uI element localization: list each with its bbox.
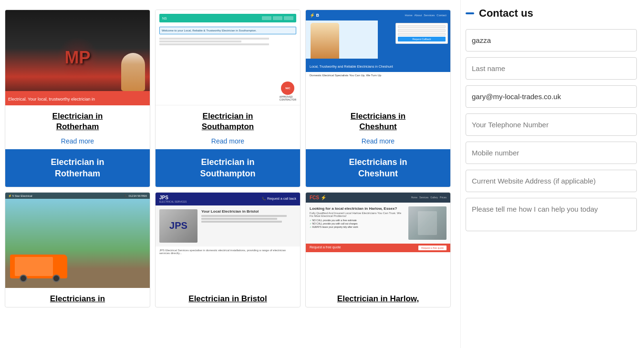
website-input[interactable] <box>466 170 637 192</box>
harlow-quote-title: Request a free quote <box>310 246 341 250</box>
card-image-southampton: NS Welcome to your Local, Reliable & Tru… <box>156 10 300 105</box>
cheshunt-nav-2: About <box>415 14 422 17</box>
harlow-check-3: ALWAYS leave your property tidy after wo… <box>310 225 405 228</box>
text-line-1 <box>159 38 269 40</box>
cheshunt-person <box>311 23 339 59</box>
mobile-input[interactable] <box>466 142 637 164</box>
card-bristol: JPS ELECTRICAL SERVICES 📞 Request a call… <box>155 192 301 307</box>
bristol-desc-line-3 <box>201 221 282 223</box>
card-image-rotherham: Electrical. Your local, trustworthy elec… <box>5 10 150 105</box>
email-input[interactable] <box>466 85 637 108</box>
read-more-link-cheshunt[interactable]: Read more <box>362 137 395 145</box>
card-title-harlow: Electrician in Harlow, <box>306 288 450 307</box>
card-button-cheshunt[interactable]: Electricians inCheshunt <box>306 149 450 187</box>
card-harlow: FCS ⚡ Home Services Gallery Prices Looki… <box>305 192 451 307</box>
bristol-footer-text: JPS Electrical Services specialise in do… <box>156 246 300 257</box>
main-content: Electrical. Your local, trustworthy elec… <box>0 0 460 348</box>
harlow-nav-services: Services <box>419 196 428 199</box>
card-readmore-rotherham[interactable]: Read more <box>5 135 150 149</box>
card-southampton: NS Welcome to your Local, Reliable & Tru… <box>155 10 301 187</box>
read-more-link-rotherham[interactable]: Read more <box>61 137 94 145</box>
nic-badge: NIC APPROVEDCONTRACTOR <box>280 82 296 101</box>
cheshunt-form-btn: Request Callback <box>398 37 446 41</box>
bristol-desc-lines <box>201 215 296 223</box>
card-image-harlow: FCS ⚡ Home Services Gallery Prices Looki… <box>306 193 450 288</box>
somerset-van-wheel1 <box>20 275 27 282</box>
website-field[interactable] <box>466 170 637 192</box>
card-rotherham-bottom-bar: Electrical. Your local, trustworthy elec… <box>5 91 150 105</box>
bristol-main-text: Your Local Electrician in Bristol <box>201 209 296 243</box>
sidebar-contact: Contact us <box>460 0 644 348</box>
contact-title: Contact us <box>479 7 533 20</box>
telephone-input[interactable] <box>466 113 637 136</box>
cheshunt-header: ⚡ B Home About Services Contact <box>306 10 450 20</box>
text-line-2 <box>159 41 241 42</box>
card-rotherham: Electrical. Your local, trustworthy elec… <box>5 10 150 187</box>
harlow-banner-btn[interactable]: Request a free quote <box>418 246 447 250</box>
southampton-header-text: NS <box>162 17 167 20</box>
harlow-image-side <box>408 206 447 240</box>
card-cheshunt: ⚡ B Home About Services Contact Request <box>305 10 451 187</box>
harlow-check-2: NO CALL provide you with call out charge… <box>310 222 405 225</box>
somerset-header-bar: ⚡ 5 Star Electrical 📞 01234 567890 <box>5 193 150 199</box>
nav-item-3 <box>284 16 293 20</box>
harlow-check-1: NO CALL provide you with a free estimate <box>310 219 405 222</box>
telephone-field[interactable] <box>466 113 637 136</box>
first-name-field[interactable] <box>466 29 637 51</box>
harlow-nav: Home Services Gallery Prices <box>411 196 447 199</box>
bristol-hero: JPS Your Local Electrician in Bristol <box>156 205 300 246</box>
last-name-input[interactable] <box>466 57 637 80</box>
nic-circle: NIC <box>281 82 294 95</box>
cheshunt-banner: Local, Trustworthy and Reliable Electric… <box>306 59 450 72</box>
cheshunt-nav-4: Contact <box>436 14 447 17</box>
card-image-somerset: ⚡ 5 Star Electrical 📞 01234 567890 <box>5 193 150 288</box>
message-textarea[interactable] <box>466 198 637 231</box>
card-image-cheshunt: ⚡ B Home About Services Contact Request <box>306 10 450 105</box>
card-readmore-cheshunt[interactable]: Read more <box>306 135 450 149</box>
first-name-input[interactable] <box>466 29 637 51</box>
mobile-field[interactable] <box>466 142 637 164</box>
somerset-header-phone: 📞 01234 567890 <box>125 194 147 197</box>
harlow-nav-prices: Prices <box>440 196 447 199</box>
bristol-logo-subtitle: ELECTRICAL SERVICES <box>159 200 187 203</box>
harlow-banner: Request a free quote Request a free quot… <box>306 244 450 252</box>
bristol-logo-text: JPS <box>159 195 187 200</box>
southampton-nav <box>262 16 293 20</box>
cheshunt-form-row-3 <box>398 33 446 36</box>
cheshunt-nav: Home About Services Contact <box>405 14 447 17</box>
cheshunt-form-row-1 <box>398 25 446 28</box>
cheshunt-form: Request Callback <box>395 23 448 44</box>
cheshunt-nav-3: Services <box>424 14 435 17</box>
cheshunt-banner-text: Local, Trustworthy and Reliable Electric… <box>310 65 393 68</box>
cheshunt-hero: Request Callback <box>306 20 450 59</box>
nic-text: APPROVEDCONTRACTOR <box>280 95 296 101</box>
southampton-mini-header: NS <box>159 14 296 22</box>
card-title-bristol: Electrician in Bristol <box>156 288 300 307</box>
contact-accent-bar <box>466 12 474 14</box>
card-button-southampton[interactable]: Electrician inSouthampton <box>156 149 300 187</box>
somerset-header-text: ⚡ 5 Star Electrical <box>8 194 32 197</box>
cheshunt-form-row-2 <box>398 29 446 32</box>
read-more-link-southampton[interactable]: Read more <box>211 137 244 145</box>
nav-item-2 <box>273 16 282 20</box>
bristol-logo: JPS ELECTRICAL SERVICES <box>159 195 187 203</box>
southampton-info-block: Welcome to your Local, Reliable & Trustw… <box>159 27 296 34</box>
harlow-nav-home: Home <box>411 196 417 199</box>
cheshunt-desc: Domestic Electrical Specialists You Can … <box>306 72 450 80</box>
card-title-cheshunt: Electricians inCheshunt <box>306 105 450 135</box>
southampton-text-lines <box>159 38 296 46</box>
somerset-van <box>10 255 67 278</box>
bristol-desc-line-2 <box>201 218 277 220</box>
card-readmore-southampton[interactable]: Read more <box>156 135 300 149</box>
cheshunt-nav-1: Home <box>405 14 413 17</box>
email-field[interactable] <box>466 85 637 108</box>
card-title-rotherham: Electrician inRotherham <box>5 105 150 135</box>
card-button-rotherham[interactable]: Electrician inRotherham <box>5 149 150 187</box>
card-title-southampton: Electrician inSouthampton <box>156 105 300 135</box>
last-name-field[interactable] <box>466 57 637 80</box>
cards-grid: Electrical. Your local, trustworthy elec… <box>0 5 456 312</box>
card-somerset: ⚡ 5 Star Electrical 📞 01234 567890 Elect… <box>5 192 150 307</box>
harlow-subtitle: Fully Qualified And Insured Local Harlow… <box>310 212 405 217</box>
harlow-header: FCS ⚡ Home Services Gallery Prices <box>306 193 450 203</box>
message-field[interactable] <box>466 198 637 233</box>
